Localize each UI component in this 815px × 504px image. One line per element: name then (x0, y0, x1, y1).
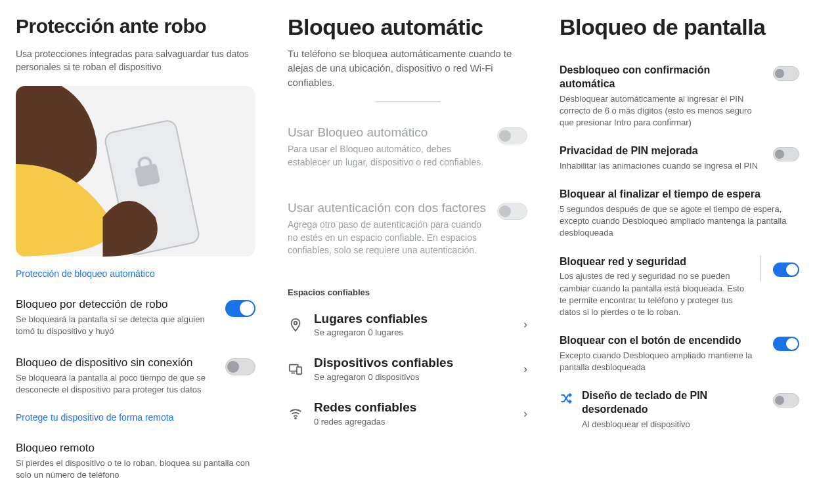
scramble-pin-title: Diseño de teclado de PIN desordenado (582, 389, 765, 417)
trusted-devices-sub: Se agregaron 0 dispositivos (314, 372, 513, 382)
two-factor-desc: Agrega otro paso de autenticación para c… (288, 219, 488, 257)
trusted-networks-title: Redes confiables (314, 400, 513, 415)
wifi-icon (288, 406, 303, 421)
theft-detection-title: Bloqueo por detección de robo (16, 297, 216, 312)
auto-confirm-toggle[interactable] (773, 66, 799, 81)
lock-network-toggle[interactable] (773, 262, 799, 277)
power-lock-title: Bloquear con el botón de encendido (560, 334, 764, 348)
page-title-theft: Protección ante robo (16, 14, 255, 38)
use-autolock-desc: Para usar el Bloqueo automático, debes e… (288, 143, 488, 169)
use-autolock-title: Usar Bloqueo automático (288, 125, 488, 141)
pin-privacy-toggle[interactable] (773, 147, 799, 161)
trusted-spaces-label: Espacios confiables (288, 287, 527, 297)
power-lock-toggle[interactable] (773, 337, 799, 351)
remote-protect-link[interactable]: Protege tu dispositivo de forma remota (16, 412, 255, 423)
trusted-places-sub: Se agregaron 0 lugares (314, 327, 513, 337)
two-factor-toggle (497, 203, 527, 220)
offline-lock-item[interactable]: Bloqueo de dispositivo sin conexión Se b… (16, 349, 255, 408)
chevron-right-icon: › (523, 362, 527, 376)
trusted-places-row[interactable]: Lugares confiables Se agregaron 0 lugare… (288, 303, 527, 347)
theft-detection-toggle[interactable] (225, 300, 255, 317)
scramble-pin-item[interactable]: Diseño de teclado de PIN desordenado Al … (560, 384, 799, 430)
pin-privacy-title: Privacidad de PIN mejorada (560, 144, 764, 158)
two-factor-item: Usar autenticación con dos factores Agre… (288, 194, 527, 268)
chevron-right-icon: › (523, 407, 527, 421)
svg-point-8 (295, 418, 296, 419)
theft-detection-lock-item[interactable]: Bloqueo por detección de robo Se bloquea… (16, 291, 255, 349)
location-icon (288, 318, 303, 332)
pin-privacy-desc: Inhabilitar las animaciones cuando se in… (560, 160, 764, 172)
pin-privacy-item[interactable]: Privacidad de PIN mejorada Inhabilitar l… (560, 139, 799, 182)
lock-timeout-desc: 5 segundos después de que se agote el ti… (560, 203, 799, 240)
chevron-right-icon: › (523, 318, 527, 331)
scramble-pin-desc: Al desbloquear el dispositivo (582, 419, 765, 430)
lock-network-title: Bloquear red y seguridad (560, 255, 751, 269)
page-title-screenlock: Bloqueo de pantalla (560, 14, 799, 40)
auto-confirm-desc: Desbloquear automáticamente al ingresar … (560, 93, 764, 129)
shuffle-icon (560, 389, 574, 408)
theft-illustration (16, 86, 255, 257)
auto-lock-protection-link[interactable]: Protección de bloqueo automático (16, 268, 255, 279)
trusted-places-title: Lugares confiables (314, 312, 513, 327)
lock-timeout-item[interactable]: Bloquear al finalizar el tiempo de esper… (560, 182, 799, 249)
page-subtitle-theft: Usa protecciones integradas para salvagu… (16, 47, 255, 74)
lock-network-desc: Los ajustes de red y seguridad no se pue… (560, 270, 751, 318)
svg-rect-6 (297, 368, 301, 375)
page-title-autolock: Bloqueo automátic (288, 14, 527, 40)
offline-lock-title: Bloqueo de dispositivo sin conexión (16, 356, 216, 370)
svg-point-4 (294, 322, 297, 325)
page-subtitle-autolock: Tu teléfono se bloquea automáticamente c… (288, 47, 527, 89)
scramble-pin-toggle[interactable] (773, 393, 799, 408)
use-autolock-toggle (497, 127, 527, 144)
trusted-networks-row[interactable]: Redes confiables 0 redes agregadas › (288, 391, 527, 436)
power-lock-item[interactable]: Bloquear con el botón de encendido Excep… (560, 329, 799, 384)
use-autolock-item: Usar Bloqueo automático Para usar el Blo… (288, 118, 527, 180)
offline-lock-desc: Se bloqueará la pantalla al poco tiempo … (16, 372, 216, 396)
lock-timeout-title: Bloquear al finalizar el tiempo de esper… (560, 188, 799, 201)
divider-rule (760, 255, 761, 282)
devices-icon (288, 362, 303, 376)
remote-lock-item[interactable]: Bloqueo remoto Si pierdes el dispositivo… (16, 434, 255, 481)
remote-lock-desc: Si pierdes el dispositivo o te lo roban,… (16, 457, 255, 481)
trusted-devices-row[interactable]: Dispositivos confiables Se agregaron 0 d… (288, 346, 527, 391)
auto-confirm-title: Desbloqueo con confirmación automática (560, 64, 764, 91)
auto-confirm-item[interactable]: Desbloqueo con confirmación automática D… (560, 58, 799, 139)
offline-lock-toggle[interactable] (225, 358, 255, 375)
remote-lock-title: Bloqueo remoto (16, 441, 255, 455)
trusted-networks-sub: 0 redes agregadas (314, 417, 513, 427)
theft-detection-desc: Se bloqueará la pantalla si se detecta q… (16, 314, 216, 337)
lock-network-item[interactable]: Bloquear red y seguridad Los ajustes de … (560, 250, 799, 329)
two-factor-title: Usar autenticación con dos factores (288, 200, 488, 217)
trusted-devices-title: Dispositivos confiables (314, 356, 513, 371)
power-lock-desc: Excepto cuando Desbloqueo ampliado manti… (560, 350, 764, 373)
divider (375, 101, 441, 102)
